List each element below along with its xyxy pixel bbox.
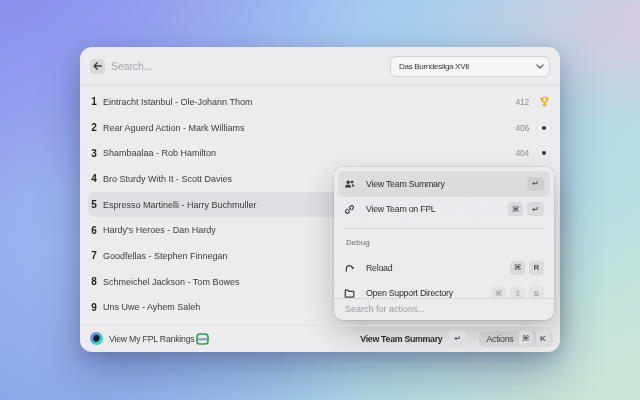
action-reload[interactable]: Reload ⌘ R xyxy=(338,255,550,281)
action-label: Open Support Directory xyxy=(366,288,453,297)
reload-icon xyxy=(344,262,355,273)
actions-search-input[interactable]: Search for actions... xyxy=(334,298,554,321)
header: Search... Das Burndesliga XVII xyxy=(80,47,560,85)
rank-label: 4 xyxy=(90,173,98,184)
rank-label: 2 xyxy=(90,122,98,133)
folder-icon xyxy=(344,288,355,298)
key-shift: ⇧ xyxy=(510,286,525,297)
key-cmd: ⌘ xyxy=(510,261,525,275)
actions-button[interactable]: Actions ⌘ K xyxy=(479,331,553,348)
team-title: Bro Sturdy With It - Scott Davies xyxy=(103,174,232,184)
action-label: Reload xyxy=(366,263,392,273)
rank-label: 7 xyxy=(90,250,98,261)
list-item[interactable]: 1 Eintracht Istanbul - Ole-Johann Thom 4… xyxy=(88,89,552,115)
fpl-extension-icon xyxy=(90,332,103,345)
team-icon xyxy=(344,179,355,189)
rank-dot-icon xyxy=(536,151,552,155)
action-view-team-on-fpl[interactable]: View Team on FPL ⌘ ↵ xyxy=(338,197,550,223)
rank-label: 1 xyxy=(90,96,98,107)
action-shortcut: ↵ xyxy=(527,177,544,191)
score-label: 412 xyxy=(515,97,529,107)
key-cmd: ⌘ xyxy=(519,331,533,346)
action-shortcut: ⌘ R xyxy=(510,261,544,275)
list-item[interactable]: 3 Shambaalaa - Rob Hamilton 404 xyxy=(88,140,552,166)
score-label: 406 xyxy=(515,123,529,133)
team-title: Goodfellas - Stephen Finnegan xyxy=(103,251,228,261)
actions-panel: View Team Summary ↵ View Team on FPL ⌘ ↵ xyxy=(334,167,554,320)
score-label: 404 xyxy=(515,148,529,158)
team-title: Rear Aguerd Action - Mark Williams xyxy=(103,123,245,133)
footer-left-action[interactable]: View My FPL Rankings xyxy=(109,334,194,344)
key-return: ↵ xyxy=(449,331,466,346)
rank-label: 3 xyxy=(90,148,98,159)
action-label: View Team on FPL xyxy=(366,204,436,214)
wallet-icon xyxy=(196,333,209,345)
team-title: Schmeichel Jackson - Tom Bowes xyxy=(103,277,239,287)
rank-label: 9 xyxy=(90,302,98,313)
link-icon xyxy=(344,204,355,215)
key-return: ↵ xyxy=(527,202,544,216)
rank-label: 5 xyxy=(90,199,98,210)
raycast-window: Search... Das Burndesliga XVII 1 Eintrac… xyxy=(80,47,560,352)
action-shortcut: ⌘ ⇧ S xyxy=(491,286,544,297)
key-cmd: ⌘ xyxy=(491,286,506,297)
key-s: S xyxy=(529,286,544,297)
panel-section-label: Debug xyxy=(338,234,550,255)
key-cmd: ⌘ xyxy=(508,202,523,216)
key-k: K xyxy=(536,331,550,346)
team-title: Espresso Martinelli - Harry Buchmuller xyxy=(103,200,257,210)
back-button[interactable] xyxy=(90,59,105,74)
action-label: View Team Summary xyxy=(366,179,445,189)
team-title: Uns Uwe - Ayhem Saleh xyxy=(103,302,200,312)
team-title: Hardy's Heroes - Dan Hardy xyxy=(103,225,216,235)
chevron-down-icon xyxy=(536,64,544,69)
list-item[interactable]: 2 Rear Aguerd Action - Mark Williams 406 xyxy=(88,115,552,141)
key-r: R xyxy=(529,261,544,275)
actions-button-label: Actions xyxy=(486,334,513,344)
key-return: ↵ xyxy=(527,177,544,191)
action-open-support-directory[interactable]: Open Support Directory ⌘ ⇧ S xyxy=(338,281,550,298)
back-arrow-icon xyxy=(93,62,102,70)
trophy-icon xyxy=(536,96,552,107)
team-title: Shambaalaa - Rob Hamilton xyxy=(103,148,216,158)
rank-label: 6 xyxy=(90,225,98,236)
rank-dot-icon xyxy=(536,126,552,130)
league-dropdown-value: Das Burndesliga XVII xyxy=(399,62,536,71)
footer-right-group: View Team Summary ↵ Actions ⌘ K xyxy=(360,331,553,348)
league-dropdown[interactable]: Das Burndesliga XVII xyxy=(390,56,550,77)
action-view-team-summary[interactable]: View Team Summary ↵ xyxy=(338,171,550,197)
panel-section-divider xyxy=(344,228,544,229)
rank-label: 8 xyxy=(90,276,98,287)
footer: View My FPL Rankings View Team Summary ↵… xyxy=(80,325,560,353)
actions-panel-items: View Team Summary ↵ View Team on FPL ⌘ ↵ xyxy=(338,171,550,298)
team-title: Eintracht Istanbul - Ole-Johann Thom xyxy=(103,97,252,107)
search-input[interactable]: Search... xyxy=(111,60,152,72)
action-shortcut: ⌘ ↵ xyxy=(508,202,544,216)
footer-primary-action[interactable]: View Team Summary xyxy=(360,334,442,344)
